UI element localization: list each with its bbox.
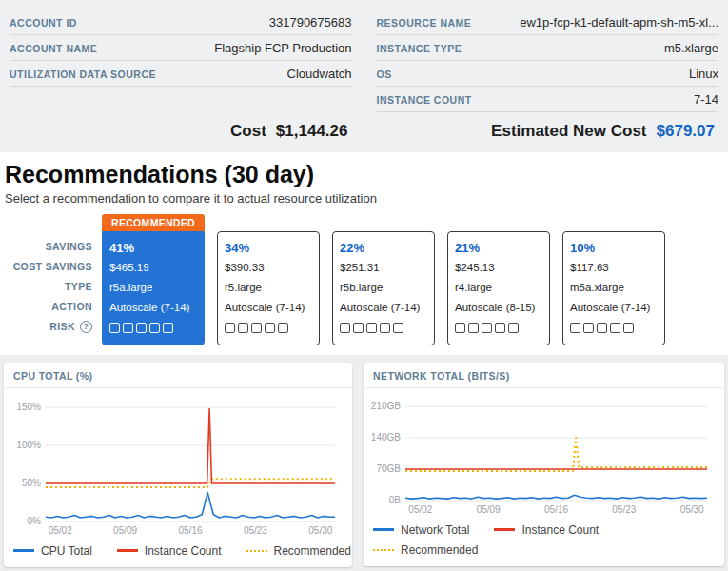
field-label: RESOURCE NAME: [377, 17, 472, 29]
field-instance-count: INSTANCE COUNT 7-14: [377, 87, 719, 112]
recommendation-card[interactable]: 21% $245.13 r4.large Autoscale (8-15): [447, 231, 550, 345]
recommendation-card[interactable]: 41% $465.19 r5a.large Autoscale (7-14): [102, 231, 205, 345]
svg-text:05/23: 05/23: [612, 504, 636, 515]
svg-text:100%: 100%: [16, 440, 41, 450]
legend-row: Recommended: [373, 543, 715, 557]
recommendation-card[interactable]: 22% $251.31 r5b.large Autoscale (7-14): [332, 231, 435, 345]
svg-text:05/02: 05/02: [49, 525, 72, 536]
field-label: UTILIZATION DATA SOURCE: [10, 69, 156, 80]
cpu-chart: 0%50%100%150%05/0205/0905/1605/2305/30: [10, 392, 344, 537]
svg-text:05/09: 05/09: [477, 504, 501, 515]
legend-item[interactable]: CPU Total: [13, 544, 92, 558]
card-type: r4.large: [455, 278, 542, 298]
legend-label: Recommended: [401, 543, 478, 557]
card-action: Autoscale (7-14): [340, 298, 427, 318]
field-label: INSTANCE TYPE: [377, 43, 462, 54]
field-label: ACCOUNT ID: [10, 17, 77, 29]
field-label: INSTANCE COUNT: [377, 94, 472, 106]
row-label-savings: SAVINGS: [5, 237, 92, 257]
risk-box-icon: [610, 323, 620, 333]
risk-box-icon: [393, 323, 403, 333]
field-value: Cloudwatch: [287, 67, 352, 81]
row-label-type: TYPE: [5, 277, 92, 297]
estimated-new-cost: Estimated New Cost $679.07: [377, 122, 719, 141]
new-cost-value: $679.07: [657, 122, 715, 141]
risk-box-icon: [597, 323, 607, 333]
card-type: m5a.xlarge: [570, 278, 658, 298]
row-label-action: ACTION: [5, 297, 92, 317]
legend-item[interactable]: Instance Count: [494, 523, 599, 537]
utilization-charts-section: CPU TOTAL (%) 0%50%100%150%05/0205/0905/…: [0, 355, 728, 571]
legend-row: Network TotalInstance Count: [373, 523, 715, 537]
recommendation-card[interactable]: 34% $390.33 r5.large Autoscale (7-14): [217, 231, 320, 345]
risk-box-icon: [225, 323, 235, 333]
card-risk-meter: [225, 318, 312, 338]
recommendation-card-wrap: 21% $245.13 r4.large Autoscale (8-15): [447, 214, 550, 345]
legend-item[interactable]: Instance Count: [117, 544, 222, 558]
legend-line-icon: [13, 549, 34, 552]
legend-line-icon: [373, 549, 394, 551]
risk-box-icon: [340, 323, 350, 333]
field-value: 331790675683: [269, 15, 352, 30]
risk-box-icon: [455, 323, 465, 333]
page-subtitle: Select a recommendation to compare it to…: [5, 191, 720, 206]
card-type: r5b.large: [340, 278, 427, 298]
card-row-labels: SAVINGS COST SAVINGS TYPE ACTION RISK ?: [5, 237, 92, 345]
field-value: 7-14: [694, 92, 718, 107]
legend-label: Instance Count: [521, 523, 599, 537]
risk-box-icon: [238, 323, 248, 333]
legend-item[interactable]: Recommended: [373, 543, 478, 557]
risk-box-icon: [251, 323, 262, 333]
svg-text:05/16: 05/16: [544, 504, 568, 515]
risk-box-icon: [109, 323, 120, 333]
card-cost-savings: $390.33: [225, 258, 312, 278]
field-os: OS Linux: [377, 61, 719, 87]
field-value: m5.xlarge: [664, 41, 718, 55]
svg-text:05/02: 05/02: [408, 504, 432, 515]
card-risk-meter: [340, 318, 427, 338]
resource-summary-panel: ACCOUNT ID 331790675683 ACCOUNT NAME Fla…: [0, 0, 728, 152]
svg-text:0%: 0%: [28, 516, 42, 526]
card-action: Autoscale (8-15): [455, 298, 542, 318]
risk-help-icon[interactable]: ?: [80, 321, 92, 333]
risk-box-icon: [353, 323, 364, 333]
legend-line-icon: [246, 550, 267, 552]
network-chart-card: NETWORK TOTAL (BITS/S) 0B70GB140GB210GB0…: [364, 363, 724, 566]
legend-item[interactable]: Network Total: [373, 523, 469, 537]
field-account-name: ACCOUNT NAME Flagship FCP Production: [10, 35, 352, 61]
cpu-chart-body: 0%50%100%150%05/0205/0905/1605/2305/30: [4, 388, 352, 541]
risk-box-icon: [366, 323, 377, 333]
row-label-cost-savings: COST SAVINGS: [5, 257, 92, 277]
card-savings: 21%: [455, 238, 542, 258]
cpu-chart-legend: CPU TotalInstance CountRecommended: [4, 541, 352, 567]
svg-text:70GB: 70GB: [376, 463, 401, 474]
card-risk-meter: [455, 318, 542, 338]
legend-item[interactable]: Recommended: [246, 544, 351, 558]
card-action: Autoscale (7-14): [570, 298, 658, 318]
risk-box-icon: [583, 323, 594, 333]
risk-box-icon: [482, 323, 492, 333]
legend-label: Instance Count: [145, 544, 222, 558]
risk-box-icon: [136, 323, 147, 333]
risk-box-icon: [570, 323, 580, 333]
card-action: Autoscale (7-14): [109, 298, 197, 318]
card-cost-savings: $117.63: [570, 258, 658, 278]
recommendation-card-wrap: 34% $390.33 r5.large Autoscale (7-14): [217, 214, 320, 345]
card-cost-savings: $251.31: [340, 258, 427, 278]
legend-line-icon: [494, 528, 515, 531]
recommendation-card[interactable]: 10% $117.63 m5a.xlarge Autoscale (7-14): [562, 231, 665, 345]
risk-box-icon: [380, 323, 390, 333]
svg-text:140GB: 140GB: [371, 432, 401, 443]
cost-label: Cost: [230, 122, 266, 141]
recommendation-cards-area: SAVINGS COST SAVINGS TYPE ACTION RISK ? …: [5, 214, 720, 345]
risk-box-icon: [468, 323, 479, 333]
svg-text:05/09: 05/09: [113, 525, 137, 536]
field-value: Linux: [689, 67, 718, 81]
risk-box-icon: [149, 323, 160, 333]
svg-text:0B: 0B: [389, 495, 402, 505]
legend-line-icon: [373, 528, 394, 531]
risk-box-icon: [508, 323, 519, 333]
field-account-id: ACCOUNT ID 331790675683: [10, 10, 352, 35]
svg-text:05/16: 05/16: [178, 525, 202, 536]
card-savings: 34%: [225, 238, 312, 258]
